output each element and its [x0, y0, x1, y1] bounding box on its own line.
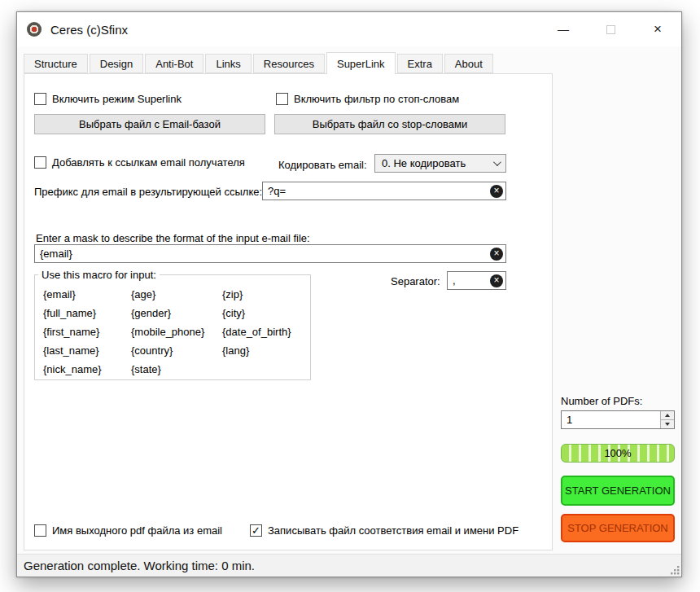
- checkbox-label: Записывать файл соответствия email и име…: [268, 524, 518, 537]
- macro-item: {first_name}: [43, 326, 131, 338]
- checkbox-box[interactable]: [34, 156, 46, 169]
- tab-strip: Structure Design Anti-Bot Links Resource…: [24, 54, 495, 74]
- macro-item: {last_name}: [43, 344, 131, 357]
- email-prefix-input[interactable]: [262, 182, 506, 200]
- check-icon: ✓: [252, 525, 260, 536]
- email-prefix-field-wrap: ×: [262, 182, 506, 200]
- macro-item: {gender}: [131, 307, 222, 319]
- select-email-base-button[interactable]: Выбрать файл с Email-базой: [34, 114, 265, 134]
- tab-superlink[interactable]: SuperLink: [326, 52, 396, 74]
- encode-email-dropdown[interactable]: 0. Не кодировать: [374, 154, 506, 173]
- tab-links[interactable]: Links: [205, 54, 251, 73]
- macro-groupbox: Use this macro for input: {email} {age} …: [34, 274, 311, 380]
- checkbox-label: Включить режим Superlink: [52, 93, 182, 105]
- superlink-mode-checkbox[interactable]: Включить режим Superlink: [34, 93, 182, 105]
- macro-item: {age}: [131, 288, 222, 300]
- checkbox-label: Включить фильтр по стоп-словам: [294, 93, 459, 105]
- tab-resources[interactable]: Resources: [253, 54, 325, 73]
- encode-email-label: Кодировать email:: [278, 159, 367, 171]
- tab-design[interactable]: Design: [90, 54, 143, 73]
- minimize-button[interactable]: —: [540, 12, 587, 46]
- macro-item: {mobile_phone}: [131, 326, 222, 338]
- generation-progress-bar: 100%: [561, 444, 675, 463]
- window-controls: — ×: [540, 12, 681, 46]
- pdf-count-input[interactable]: [562, 411, 660, 428]
- macro-item: {zip}: [222, 288, 302, 300]
- clear-mask-icon[interactable]: ×: [490, 248, 503, 261]
- tab-anti-bot[interactable]: Anti-Bot: [145, 54, 203, 73]
- email-prefix-label: Префикс для email в результирующей ссылк…: [34, 186, 262, 198]
- spin-up-button[interactable]: [661, 411, 674, 419]
- stopword-filter-checkbox[interactable]: Включить фильтр по стоп-словам: [276, 93, 459, 105]
- tab-extra[interactable]: Extra: [397, 54, 443, 73]
- maximize-icon: [606, 25, 615, 34]
- stop-generation-button[interactable]: STOP GENERATION: [561, 514, 675, 542]
- chevron-down-icon: [493, 158, 501, 166]
- start-generation-button[interactable]: START GENERATION: [561, 476, 675, 506]
- checkbox-box[interactable]: [34, 524, 46, 537]
- macro-item: {nick_name}: [43, 363, 131, 375]
- pdf-count-stepper: [561, 410, 675, 429]
- macro-item: {full_name}: [43, 307, 131, 319]
- superlink-tab-page: Включить режим Superlink Включить фильтр…: [24, 73, 553, 550]
- macro-list: {email} {age} {zip} {full_name} {gender}…: [35, 275, 310, 375]
- separator-field-wrap: ×: [447, 271, 506, 290]
- macro-item: {state}: [131, 363, 222, 375]
- mask-field-wrap: ×: [34, 244, 506, 263]
- append-email-checkbox[interactable]: Добавлять к ссылкам email получателя: [34, 156, 245, 169]
- macro-group-title: Use this macro for input:: [38, 269, 160, 281]
- close-button[interactable]: ×: [634, 12, 681, 46]
- pdf-count-label: Number of PDFs:: [561, 395, 642, 407]
- progress-percent: 100%: [604, 447, 631, 459]
- pdf-name-from-email-checkbox[interactable]: Имя выходного pdf файла из email: [34, 524, 222, 537]
- checkbox-label: Добавлять к ссылкам email получателя: [52, 156, 245, 169]
- app-icon: [27, 22, 42, 37]
- spinner: [660, 411, 674, 428]
- window-title: Ceres (c)Sfinx: [50, 23, 128, 37]
- macro-item: {date_of_birth}: [222, 326, 302, 338]
- minimize-icon: —: [558, 23, 569, 36]
- mask-input[interactable]: [34, 244, 506, 263]
- mask-label: Enter a mask to describe the format of t…: [36, 232, 310, 244]
- checkbox-box[interactable]: ✓: [250, 524, 262, 537]
- clear-separator-icon[interactable]: ×: [490, 274, 503, 287]
- dropdown-selected-value: 0. Не кодировать: [382, 157, 466, 169]
- spin-down-button[interactable]: [661, 419, 674, 428]
- spin-down-icon: [665, 423, 670, 426]
- titlebar: Ceres (c)Sfinx — ×: [17, 12, 681, 46]
- checkbox-label: Имя выходного pdf файла из email: [52, 524, 222, 537]
- spin-up-icon: [665, 414, 670, 417]
- clear-prefix-icon[interactable]: ×: [490, 185, 503, 198]
- macro-item: {lang}: [222, 344, 302, 357]
- tab-structure[interactable]: Structure: [24, 54, 88, 73]
- maximize-button[interactable]: [587, 12, 634, 46]
- app-window: Ceres (c)Sfinx — × Structure Design Anti…: [16, 11, 682, 577]
- close-icon: ×: [654, 21, 662, 37]
- macro-item: {email}: [43, 288, 131, 300]
- select-stopwords-button[interactable]: Выбрать файл со stop-словами: [274, 114, 505, 134]
- separator-label: Separator:: [391, 275, 440, 287]
- macro-item: {city}: [222, 307, 302, 319]
- write-mapping-checkbox[interactable]: ✓ Записывать файл соответствия email и и…: [250, 524, 518, 537]
- checkbox-box[interactable]: [34, 93, 46, 105]
- checkbox-box[interactable]: [276, 93, 288, 105]
- status-text: Generation complete. Working time: 0 min…: [24, 559, 255, 572]
- macro-item: {country}: [131, 344, 222, 357]
- tab-about[interactable]: About: [444, 54, 493, 73]
- resize-grip-icon[interactable]: [669, 564, 680, 575]
- status-bar: Generation complete. Working time: 0 min…: [17, 554, 681, 577]
